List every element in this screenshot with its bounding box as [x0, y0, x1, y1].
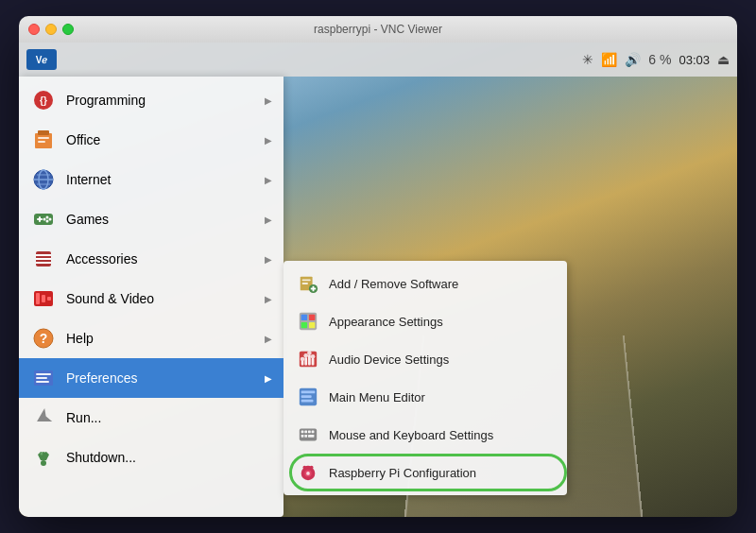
- taskbar-left: Vℯ: [26, 49, 60, 70]
- shutdown-label: Shutdown...: [66, 450, 272, 465]
- svg-point-15: [49, 218, 52, 221]
- sidebar-item-preferences[interactable]: Preferences ▶: [19, 358, 284, 398]
- submenu-add-remove-software[interactable]: Add / Remove Software: [284, 265, 567, 302]
- internet-arrow: ▶: [265, 175, 272, 185]
- internet-label: Internet: [66, 172, 265, 187]
- svg-point-33: [41, 453, 43, 456]
- minimize-button[interactable]: [45, 24, 57, 35]
- menu-overlay: {} Programming ▶ Of: [19, 77, 737, 517]
- help-icon: ?: [30, 325, 57, 352]
- svg-rect-62: [308, 430, 311, 433]
- sound-video-arrow: ▶: [265, 294, 272, 304]
- shutdown-icon: [30, 444, 57, 471]
- sidebar-item-internet[interactable]: Internet ▶: [19, 160, 284, 199]
- raspberry-pi-config-label: Raspberry Pi Configuration: [329, 466, 476, 480]
- sidebar-item-shutdown[interactable]: Shutdown...: [19, 438, 284, 477]
- traffic-lights: [28, 24, 74, 35]
- taskbar: Vℯ ✳ 📶 🔊 6 % 03:03 ⏏: [19, 43, 737, 77]
- accessories-label: Accessories: [66, 251, 265, 266]
- svg-rect-30: [36, 377, 47, 379]
- sound-video-label: Sound & Video: [66, 291, 265, 306]
- svg-rect-42: [301, 315, 307, 320]
- svg-rect-43: [309, 315, 315, 320]
- svg-rect-65: [304, 435, 307, 438]
- svg-rect-64: [301, 435, 304, 438]
- vnc-logo: Vℯ: [26, 49, 57, 70]
- svg-rect-13: [39, 216, 41, 222]
- games-label: Games: [66, 212, 265, 227]
- svg-rect-50: [312, 358, 315, 365]
- mouse-keyboard-settings-label: Mouse and Keyboard Settings: [329, 428, 493, 442]
- run-label: Run...: [66, 410, 272, 425]
- wifi-icon: 📶: [601, 52, 617, 67]
- svg-rect-3: [38, 130, 49, 135]
- svg-rect-31: [36, 381, 49, 383]
- svg-text:{}: {}: [40, 95, 47, 106]
- svg-rect-49: [308, 354, 311, 365]
- eject-icon: ⏏: [717, 52, 730, 67]
- sidebar-item-help[interactable]: ? Help ▶: [19, 318, 284, 358]
- svg-point-51: [301, 357, 305, 362]
- svg-rect-45: [309, 322, 315, 328]
- svg-rect-63: [312, 430, 315, 433]
- sidebar-item-programming[interactable]: {} Programming ▶: [19, 80, 284, 120]
- volume-icon: 🔊: [625, 52, 641, 67]
- svg-rect-61: [304, 430, 307, 433]
- programming-arrow: ▶: [265, 95, 272, 106]
- games-icon: [30, 206, 57, 232]
- close-button[interactable]: [28, 24, 40, 35]
- window-body: Vℯ ✳ 📶 🔊 6 % 03:03 ⏏ {}: [19, 43, 737, 517]
- svg-point-71: [306, 472, 310, 475]
- vnc-logo-text: Vℯ: [36, 55, 48, 65]
- svg-point-53: [307, 351, 312, 355]
- office-icon: [30, 127, 57, 153]
- svg-rect-56: [301, 391, 316, 394]
- accessories-arrow: ▶: [265, 254, 272, 265]
- sidebar-item-games[interactable]: Games ▶: [19, 199, 284, 239]
- submenu-raspberry-pi-config[interactable]: Raspberry Pi Configuration: [284, 454, 567, 491]
- left-menu: {} Programming ▶ Of: [19, 77, 284, 517]
- programming-icon: {}: [30, 87, 57, 113]
- audio-device-settings-icon: [297, 348, 319, 370]
- svg-text:?: ?: [40, 331, 48, 346]
- help-arrow: ▶: [265, 334, 272, 344]
- audio-device-settings-label: Audio Device Settings: [329, 352, 449, 367]
- submenu-audio-device-settings[interactable]: Audio Device Settings: [284, 340, 567, 378]
- office-label: Office: [66, 132, 265, 147]
- sidebar-item-sound-video[interactable]: Sound & Video ▶: [19, 279, 284, 318]
- internet-icon: [30, 166, 57, 193]
- accessories-icon: [30, 246, 57, 272]
- submenu-main-menu-editor[interactable]: Main Menu Editor: [284, 378, 567, 416]
- svg-rect-25: [47, 297, 51, 301]
- sidebar-item-office[interactable]: Office ▶: [19, 120, 284, 160]
- svg-rect-60: [301, 430, 304, 433]
- preferences-arrow: ▶: [265, 373, 272, 384]
- submenu-appearance-settings[interactable]: Appearance Settings: [284, 302, 567, 340]
- svg-rect-37: [302, 283, 308, 284]
- clock: 03:03: [679, 53, 710, 67]
- sound-video-icon: [30, 285, 57, 312]
- sidebar-item-accessories[interactable]: Accessories ▶: [19, 239, 284, 279]
- titlebar: raspberrypi - VNC Viewer: [19, 16, 737, 43]
- preferences-submenu: Add / Remove Software Appearance Setting…: [284, 261, 567, 495]
- svg-rect-44: [301, 322, 307, 328]
- svg-point-54: [311, 354, 316, 359]
- run-icon: [30, 404, 57, 431]
- maximize-button[interactable]: [62, 24, 74, 35]
- svg-rect-47: [301, 361, 304, 366]
- help-label: Help: [66, 331, 265, 346]
- svg-rect-5: [38, 141, 45, 143]
- window-title: raspberrypi - VNC Viewer: [314, 23, 442, 36]
- svg-rect-24: [42, 295, 45, 302]
- preferences-icon: [30, 365, 57, 391]
- raspberry-pi-config-icon: [297, 461, 319, 484]
- main-menu-editor-icon: [297, 386, 319, 408]
- add-remove-software-icon: [297, 272, 319, 295]
- office-arrow: ▶: [265, 135, 272, 146]
- mouse-keyboard-settings-icon: [297, 423, 319, 446]
- appearance-settings-label: Appearance Settings: [329, 315, 443, 329]
- main-menu-editor-label: Main Menu Editor: [329, 390, 425, 404]
- sidebar-item-run[interactable]: Run...: [19, 398, 284, 438]
- submenu-mouse-keyboard-settings[interactable]: Mouse and Keyboard Settings: [284, 416, 567, 454]
- taskbar-right: ✳ 📶 🔊 6 % 03:03 ⏏: [582, 52, 730, 67]
